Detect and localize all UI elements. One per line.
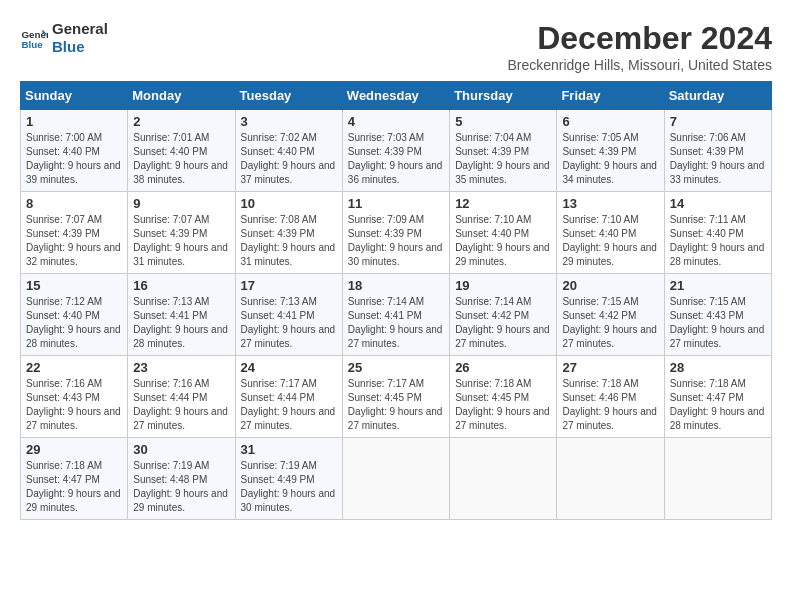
day-info: Sunrise: 7:18 AM Sunset: 4:46 PM Dayligh… bbox=[562, 377, 658, 433]
day-info: Sunrise: 7:13 AM Sunset: 4:41 PM Dayligh… bbox=[241, 295, 337, 351]
calendar-cell: 8 Sunrise: 7:07 AM Sunset: 4:39 PM Dayli… bbox=[21, 192, 128, 274]
day-number: 30 bbox=[133, 442, 229, 457]
day-number: 17 bbox=[241, 278, 337, 293]
day-number: 14 bbox=[670, 196, 766, 211]
calendar-week-1: 1 Sunrise: 7:00 AM Sunset: 4:40 PM Dayli… bbox=[21, 110, 772, 192]
day-number: 28 bbox=[670, 360, 766, 375]
day-info: Sunrise: 7:01 AM Sunset: 4:40 PM Dayligh… bbox=[133, 131, 229, 187]
main-title: December 2024 bbox=[507, 20, 772, 57]
day-number: 23 bbox=[133, 360, 229, 375]
day-info: Sunrise: 7:14 AM Sunset: 4:42 PM Dayligh… bbox=[455, 295, 551, 351]
calendar-cell: 18 Sunrise: 7:14 AM Sunset: 4:41 PM Dayl… bbox=[342, 274, 449, 356]
day-info: Sunrise: 7:10 AM Sunset: 4:40 PM Dayligh… bbox=[562, 213, 658, 269]
logo-blue: Blue bbox=[52, 38, 108, 56]
calendar-cell: 3 Sunrise: 7:02 AM Sunset: 4:40 PM Dayli… bbox=[235, 110, 342, 192]
calendar-cell bbox=[450, 438, 557, 520]
calendar-cell: 29 Sunrise: 7:18 AM Sunset: 4:47 PM Dayl… bbox=[21, 438, 128, 520]
subtitle: Breckenridge Hills, Missouri, United Sta… bbox=[507, 57, 772, 73]
day-info: Sunrise: 7:09 AM Sunset: 4:39 PM Dayligh… bbox=[348, 213, 444, 269]
calendar-cell: 15 Sunrise: 7:12 AM Sunset: 4:40 PM Dayl… bbox=[21, 274, 128, 356]
day-number: 4 bbox=[348, 114, 444, 129]
weekday-header-sunday: Sunday bbox=[21, 82, 128, 110]
calendar-cell: 23 Sunrise: 7:16 AM Sunset: 4:44 PM Dayl… bbox=[128, 356, 235, 438]
day-number: 16 bbox=[133, 278, 229, 293]
calendar-cell: 11 Sunrise: 7:09 AM Sunset: 4:39 PM Dayl… bbox=[342, 192, 449, 274]
day-info: Sunrise: 7:07 AM Sunset: 4:39 PM Dayligh… bbox=[26, 213, 122, 269]
header: General Blue General Blue December 2024 … bbox=[20, 20, 772, 73]
day-number: 15 bbox=[26, 278, 122, 293]
day-number: 25 bbox=[348, 360, 444, 375]
day-number: 18 bbox=[348, 278, 444, 293]
calendar-cell bbox=[557, 438, 664, 520]
day-number: 22 bbox=[26, 360, 122, 375]
calendar-week-4: 22 Sunrise: 7:16 AM Sunset: 4:43 PM Dayl… bbox=[21, 356, 772, 438]
day-number: 27 bbox=[562, 360, 658, 375]
day-number: 6 bbox=[562, 114, 658, 129]
calendar-cell: 10 Sunrise: 7:08 AM Sunset: 4:39 PM Dayl… bbox=[235, 192, 342, 274]
day-info: Sunrise: 7:16 AM Sunset: 4:44 PM Dayligh… bbox=[133, 377, 229, 433]
calendar-cell: 19 Sunrise: 7:14 AM Sunset: 4:42 PM Dayl… bbox=[450, 274, 557, 356]
calendar-cell: 4 Sunrise: 7:03 AM Sunset: 4:39 PM Dayli… bbox=[342, 110, 449, 192]
day-number: 1 bbox=[26, 114, 122, 129]
day-info: Sunrise: 7:12 AM Sunset: 4:40 PM Dayligh… bbox=[26, 295, 122, 351]
day-info: Sunrise: 7:04 AM Sunset: 4:39 PM Dayligh… bbox=[455, 131, 551, 187]
calendar-week-2: 8 Sunrise: 7:07 AM Sunset: 4:39 PM Dayli… bbox=[21, 192, 772, 274]
calendar-cell: 2 Sunrise: 7:01 AM Sunset: 4:40 PM Dayli… bbox=[128, 110, 235, 192]
day-number: 21 bbox=[670, 278, 766, 293]
day-number: 19 bbox=[455, 278, 551, 293]
weekday-header-thursday: Thursday bbox=[450, 82, 557, 110]
day-info: Sunrise: 7:14 AM Sunset: 4:41 PM Dayligh… bbox=[348, 295, 444, 351]
day-info: Sunrise: 7:18 AM Sunset: 4:47 PM Dayligh… bbox=[26, 459, 122, 515]
calendar-cell: 7 Sunrise: 7:06 AM Sunset: 4:39 PM Dayli… bbox=[664, 110, 771, 192]
day-info: Sunrise: 7:19 AM Sunset: 4:49 PM Dayligh… bbox=[241, 459, 337, 515]
calendar-cell: 31 Sunrise: 7:19 AM Sunset: 4:49 PM Dayl… bbox=[235, 438, 342, 520]
day-info: Sunrise: 7:13 AM Sunset: 4:41 PM Dayligh… bbox=[133, 295, 229, 351]
calendar-cell: 30 Sunrise: 7:19 AM Sunset: 4:48 PM Dayl… bbox=[128, 438, 235, 520]
day-info: Sunrise: 7:15 AM Sunset: 4:42 PM Dayligh… bbox=[562, 295, 658, 351]
logo-icon: General Blue bbox=[20, 24, 48, 52]
day-info: Sunrise: 7:11 AM Sunset: 4:40 PM Dayligh… bbox=[670, 213, 766, 269]
calendar-cell: 16 Sunrise: 7:13 AM Sunset: 4:41 PM Dayl… bbox=[128, 274, 235, 356]
calendar-cell: 28 Sunrise: 7:18 AM Sunset: 4:47 PM Dayl… bbox=[664, 356, 771, 438]
calendar: SundayMondayTuesdayWednesdayThursdayFrid… bbox=[20, 81, 772, 520]
calendar-cell bbox=[664, 438, 771, 520]
day-number: 24 bbox=[241, 360, 337, 375]
day-number: 8 bbox=[26, 196, 122, 211]
calendar-cell: 25 Sunrise: 7:17 AM Sunset: 4:45 PM Dayl… bbox=[342, 356, 449, 438]
day-info: Sunrise: 7:15 AM Sunset: 4:43 PM Dayligh… bbox=[670, 295, 766, 351]
day-info: Sunrise: 7:00 AM Sunset: 4:40 PM Dayligh… bbox=[26, 131, 122, 187]
weekday-header-tuesday: Tuesday bbox=[235, 82, 342, 110]
weekday-header-friday: Friday bbox=[557, 82, 664, 110]
day-info: Sunrise: 7:02 AM Sunset: 4:40 PM Dayligh… bbox=[241, 131, 337, 187]
day-number: 10 bbox=[241, 196, 337, 211]
calendar-week-5: 29 Sunrise: 7:18 AM Sunset: 4:47 PM Dayl… bbox=[21, 438, 772, 520]
day-info: Sunrise: 7:16 AM Sunset: 4:43 PM Dayligh… bbox=[26, 377, 122, 433]
calendar-cell: 14 Sunrise: 7:11 AM Sunset: 4:40 PM Dayl… bbox=[664, 192, 771, 274]
logo: General Blue General Blue bbox=[20, 20, 108, 56]
day-info: Sunrise: 7:17 AM Sunset: 4:45 PM Dayligh… bbox=[348, 377, 444, 433]
day-info: Sunrise: 7:18 AM Sunset: 4:45 PM Dayligh… bbox=[455, 377, 551, 433]
title-area: December 2024 Breckenridge Hills, Missou… bbox=[507, 20, 772, 73]
day-number: 12 bbox=[455, 196, 551, 211]
calendar-cell: 26 Sunrise: 7:18 AM Sunset: 4:45 PM Dayl… bbox=[450, 356, 557, 438]
day-info: Sunrise: 7:18 AM Sunset: 4:47 PM Dayligh… bbox=[670, 377, 766, 433]
weekday-header-saturday: Saturday bbox=[664, 82, 771, 110]
svg-text:Blue: Blue bbox=[21, 39, 43, 50]
calendar-cell: 24 Sunrise: 7:17 AM Sunset: 4:44 PM Dayl… bbox=[235, 356, 342, 438]
day-info: Sunrise: 7:10 AM Sunset: 4:40 PM Dayligh… bbox=[455, 213, 551, 269]
calendar-cell: 9 Sunrise: 7:07 AM Sunset: 4:39 PM Dayli… bbox=[128, 192, 235, 274]
day-number: 26 bbox=[455, 360, 551, 375]
day-number: 20 bbox=[562, 278, 658, 293]
calendar-cell: 12 Sunrise: 7:10 AM Sunset: 4:40 PM Dayl… bbox=[450, 192, 557, 274]
day-info: Sunrise: 7:08 AM Sunset: 4:39 PM Dayligh… bbox=[241, 213, 337, 269]
day-info: Sunrise: 7:05 AM Sunset: 4:39 PM Dayligh… bbox=[562, 131, 658, 187]
day-number: 7 bbox=[670, 114, 766, 129]
calendar-cell: 13 Sunrise: 7:10 AM Sunset: 4:40 PM Dayl… bbox=[557, 192, 664, 274]
calendar-cell: 21 Sunrise: 7:15 AM Sunset: 4:43 PM Dayl… bbox=[664, 274, 771, 356]
weekday-header-monday: Monday bbox=[128, 82, 235, 110]
day-number: 11 bbox=[348, 196, 444, 211]
calendar-cell: 1 Sunrise: 7:00 AM Sunset: 4:40 PM Dayli… bbox=[21, 110, 128, 192]
calendar-week-3: 15 Sunrise: 7:12 AM Sunset: 4:40 PM Dayl… bbox=[21, 274, 772, 356]
day-number: 5 bbox=[455, 114, 551, 129]
weekday-header-wednesday: Wednesday bbox=[342, 82, 449, 110]
